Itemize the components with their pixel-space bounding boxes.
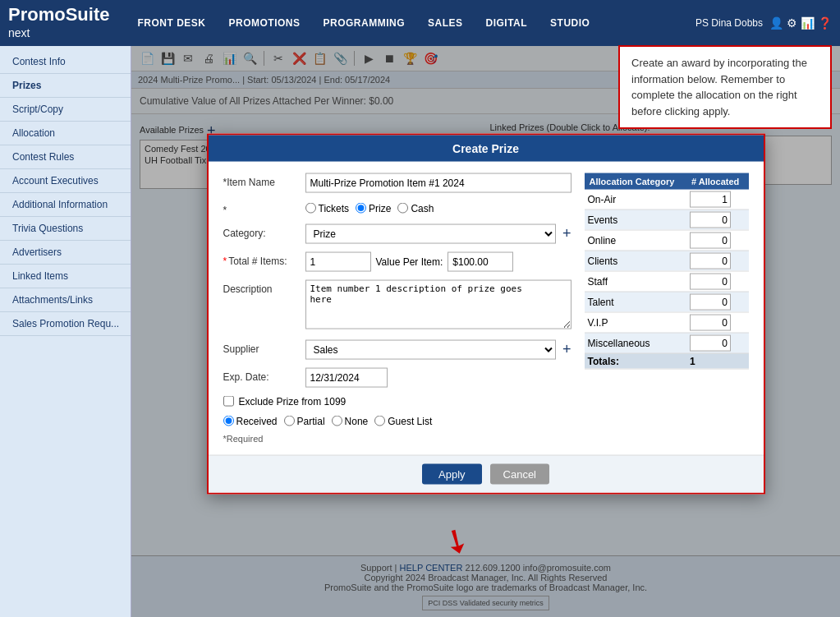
supplier-row: Supplier Sales Client Station Other + (223, 339, 571, 359)
alloc-input-4[interactable] (690, 273, 731, 289)
required-note: *Required (223, 433, 571, 443)
item-name-input[interactable] (305, 173, 571, 192)
radio-received-input[interactable] (223, 416, 234, 426)
category-select[interactable]: Prize Ticket Cash Other (305, 223, 556, 243)
type-radio-control: Tickets Prize Cash (305, 200, 571, 214)
category-control: Prize Ticket Cash Other + (305, 223, 571, 243)
description-row: Description Item number 1 description of… (223, 279, 571, 331)
create-prize-dialog: Create Prize *Item Name * (207, 133, 765, 494)
alloc-input-2[interactable] (690, 232, 731, 248)
radio-partial[interactable]: Partial (284, 415, 325, 426)
help-icon[interactable]: ❓ (818, 16, 832, 30)
sidebar-item-advertisers[interactable]: Advertisers (0, 241, 131, 265)
dialog-title-text: Create Prize (452, 141, 519, 154)
description-label: Description (223, 279, 305, 294)
nav-sales[interactable]: SALES (416, 0, 475, 46)
item-name-control (305, 173, 571, 192)
alloc-input-0[interactable] (690, 191, 731, 207)
dialog-body: *Item Name * Tickets Prize Cash (209, 161, 764, 454)
sidebar-item-allocation[interactable]: Allocation (0, 122, 131, 145)
alloc-category-5: Talent (585, 292, 687, 312)
total-items-label: Total # Items: (223, 251, 305, 266)
radio-tickets-input[interactable] (305, 203, 316, 214)
alloc-category-6: V.I.P (585, 312, 687, 333)
sidebar-item-attachments[interactable]: Attachments/Links (0, 288, 131, 312)
value-per-item-label: Value Per Item: (376, 256, 443, 267)
alloc-category-1: Events (585, 210, 687, 230)
sidebar-item-account-exec[interactable]: Account Executives (0, 169, 131, 193)
nav-programming[interactable]: PROGRAMMING (311, 0, 416, 46)
alloc-input-3[interactable] (690, 252, 731, 269)
type-radio-label: * (223, 200, 305, 215)
sidebar-item-contest-rules[interactable]: Contest Rules (0, 145, 131, 169)
category-row: Category: Prize Ticket Cash Other + (223, 223, 571, 243)
description-textarea[interactable]: Item number 1 description of prize goes … (305, 279, 571, 329)
alloc-category-3: Clients (585, 251, 687, 271)
nav-studio[interactable]: STUDIO (539, 0, 601, 46)
received-radio-group: Received Partial None Guest List (223, 413, 433, 426)
sidebar-item-script-copy[interactable]: Script/Copy (0, 98, 131, 122)
sidebar-item-additional-info[interactable]: Additional Information (0, 193, 131, 217)
alloc-input-7[interactable] (690, 334, 731, 351)
type-radio-row: * Tickets Prize Cash (223, 200, 571, 215)
total-items-row: Total # Items: Value Per Item: (223, 251, 571, 271)
radio-partial-input[interactable] (284, 416, 295, 426)
radio-cash-input[interactable] (397, 203, 408, 214)
form-left: *Item Name * Tickets Prize Cash (223, 173, 571, 443)
radio-received[interactable]: Received (223, 415, 278, 426)
exp-date-label: Exp. Date: (223, 367, 305, 382)
header-icons: 👤 ⚙ 📊 ❓ (769, 16, 832, 30)
allocation-table: Allocation Category # Allocated On-AirEv… (585, 173, 749, 443)
value-per-item-input[interactable] (448, 251, 513, 271)
radio-tickets[interactable]: Tickets (305, 202, 350, 214)
username: PS Dina Dobbs (695, 17, 763, 29)
header: PromoSuite next FRONT DESK PROMOTIONS PR… (0, 0, 840, 46)
sidebar-item-sales-promo[interactable]: Sales Promotion Requ... (0, 312, 131, 336)
exclude-checkbox[interactable] (223, 396, 234, 407)
cancel-button[interactable]: Cancel (490, 463, 549, 484)
add-supplier-button[interactable]: + (562, 341, 571, 358)
radio-guest-list-input[interactable] (374, 416, 385, 426)
total-items-input[interactable] (305, 251, 371, 271)
user-icon[interactable]: 👤 (769, 16, 783, 30)
item-name-row: *Item Name (223, 173, 571, 192)
apply-button[interactable]: Apply (422, 463, 482, 484)
chart-icon[interactable]: 📊 (801, 16, 815, 30)
category-label: Category: (223, 223, 305, 238)
main-nav: FRONT DESK PROMOTIONS PROGRAMMING SALES … (126, 0, 695, 46)
alloc-input-1[interactable] (690, 211, 731, 228)
radio-guest-list[interactable]: Guest List (374, 415, 432, 426)
logo-line2: next (8, 26, 30, 39)
alloc-header-category: Allocation Category (585, 173, 687, 189)
content-area: 📄 💾 ✉ 🖨 📊 🔍 ✂ ❌ 📋 📎 ▶ ⏹ 🏆 🎯 2024 Multi-P… (131, 46, 840, 617)
alloc-category-7: Miscellaneous (585, 333, 687, 353)
supplier-select[interactable]: Sales Client Station Other (305, 339, 556, 359)
radio-none[interactable]: None (332, 415, 369, 426)
alloc-input-5[interactable] (690, 293, 731, 310)
alloc-category-2: Online (585, 230, 687, 251)
sidebar-item-prizes[interactable]: Prizes (0, 74, 131, 98)
sidebar-item-trivia[interactable]: Trivia Questions (0, 217, 131, 241)
sidebar-item-linked-items[interactable]: Linked Items (0, 265, 131, 288)
alloc-total-value: 1 (686, 353, 749, 369)
exclude-row: Exclude Prize from 1099 (223, 395, 571, 407)
main-container: Contest Info Prizes Script/Copy Allocati… (0, 46, 840, 617)
alloc-input-6[interactable] (690, 314, 731, 330)
add-category-button[interactable]: + (562, 225, 571, 242)
exp-date-input[interactable] (305, 367, 388, 387)
settings-icon[interactable]: ⚙ (787, 16, 797, 30)
nav-promotions[interactable]: PROMOTIONS (217, 0, 311, 46)
supplier-label: Supplier (223, 339, 305, 354)
sidebar-item-contest-info[interactable]: Contest Info (0, 50, 131, 74)
item-name-label: *Item Name (223, 173, 305, 187)
received-row: Received Partial None Guest List (223, 413, 571, 426)
sidebar: Contest Info Prizes Script/Copy Allocati… (0, 46, 131, 617)
radio-prize-input[interactable] (356, 203, 366, 214)
exclude-label: Exclude Prize from 1099 (239, 395, 347, 407)
radio-none-input[interactable] (332, 416, 342, 426)
radio-prize[interactable]: Prize (356, 202, 391, 214)
nav-digital[interactable]: DIGITAL (475, 0, 539, 46)
nav-front-desk[interactable]: FRONT DESK (126, 0, 217, 46)
radio-cash[interactable]: Cash (397, 202, 434, 214)
alloc-category-4: Staff (585, 271, 687, 292)
